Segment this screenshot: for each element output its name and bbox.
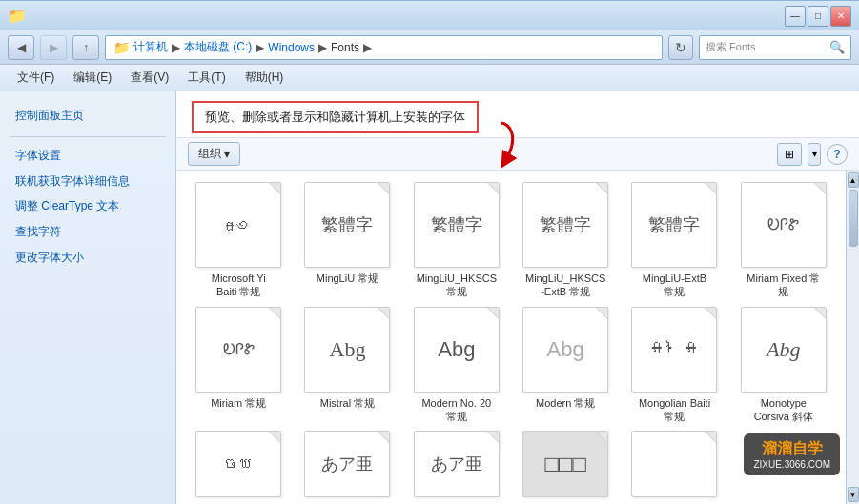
list-item[interactable]: 繁體字 MingLiU_HKSCS-ExtB 常规 [515,182,616,299]
scroll-up-button[interactable]: ▲ [848,172,859,188]
callout-box: 预览、删除或者显示和隐藏计算机上安装的字体 [192,101,479,133]
list-item[interactable] [624,431,725,501]
menu-bar: 文件(F) 编辑(E) 查看(V) 工具(T) 帮助(H) [0,65,859,91]
search-magnifier-icon: 🔍 [829,40,845,54]
search-icon: 搜索 Fonts [706,40,756,54]
organize-button[interactable]: 组织 ▾ [188,142,240,166]
scroll-track-body [848,190,859,485]
font-preview-icon: □□□ [522,431,608,497]
font-preview-icon: 繁體字 [522,182,608,268]
list-item[interactable]: ᎧᎵᏑ Miriam 常规 [188,307,289,424]
address-bar: ◀ ▶ ↑ 📁 计算机 ▶ 本地磁盘 (C:) ▶ Windows ▶ Font… [0,30,859,65]
refresh-button[interactable]: ↻ [668,35,693,60]
font-preview-icon: あア亜 [304,431,390,497]
font-preview-icon: Abg [522,307,608,393]
menu-edit[interactable]: 编辑(E) [64,66,121,90]
breadcrumb-computer[interactable]: 计算机 [133,39,168,55]
font-preview-icon: ᎧᎵᏑ [741,182,827,268]
red-arrow [453,118,529,171]
menu-view[interactable]: 查看(V) [121,66,178,90]
font-preview-icon: ᎧᎵᏑ [195,307,281,393]
font-name-label: Miriam Fixed 常规 [747,272,820,299]
breadcrumb-drive[interactable]: 本地磁盘 (C:) [184,39,252,55]
sidebar: 控制面板主页 字体设置 联机获取字体详细信息 调整 ClearType 文本 查… [0,91,176,504]
menu-file[interactable]: 文件(F) [8,66,64,90]
title-bar-left: 📁 [8,7,27,25]
font-name-label: Microsoft YiBaiti 常规 [212,272,266,299]
list-item[interactable]: □□□ [515,431,616,501]
sidebar-item-font-size[interactable]: 更改字体大小 [0,245,175,271]
font-preview-icon: Abg [741,307,827,393]
font-preview-icon: Abg [414,307,500,393]
font-name-label: Mistral 常规 [320,396,375,410]
list-item[interactable]: ᠬᠯᠬ Mongolian Baiti常规 [624,307,725,424]
scroll-thumb[interactable] [849,190,858,247]
font-preview-icon: 繁體字 [304,182,390,268]
callout-area: 预览、删除或者显示和隐藏计算机上安装的字体 [176,91,859,138]
view-toggle-button[interactable]: ⊞ [777,143,802,166]
minimize-button[interactable]: — [785,6,806,27]
font-preview-icon [631,431,717,497]
breadcrumb-windows[interactable]: Windows [268,41,315,54]
font-name-label: MingLiU_HKSCS常规 [417,272,497,299]
title-bar: 📁 — □ ✕ [0,0,859,30]
sidebar-item-find-char[interactable]: 查找字符 [0,219,175,245]
font-name-label: Miriam 常规 [211,396,266,410]
organize-label: 组织 [198,146,221,162]
list-item[interactable]: 繁體字 MingLiU_HKSCS常规 [406,182,507,299]
view-dropdown-button[interactable]: ▾ [808,143,821,166]
sidebar-divider [10,136,166,137]
font-name-label: MonotypeCorsiva 斜体 [754,396,813,424]
font-preview-icon: ᠬᠯᠬ [631,307,717,393]
list-item[interactable]: 繁體字 MingLiU 常规 [297,182,398,299]
list-item[interactable]: Abg Modern 常规 [515,307,616,424]
sidebar-item-cleartype[interactable]: 调整 ClearType 文本 [0,193,175,219]
folder-small-icon: 📁 [113,40,130,55]
font-preview-icon: 繁體字 [631,182,717,268]
list-item[interactable]: 繁體字 MingLiU-ExtB常规 [624,182,725,299]
font-name-label: MingLiU-ExtB常规 [643,272,706,299]
title-bar-buttons: — □ ✕ [785,6,851,27]
menu-help[interactable]: 帮助(H) [235,66,294,90]
font-name-label: Modern No. 20常规 [421,396,491,424]
list-item[interactable]: Abg Modern No. 20常规 [406,307,507,424]
maximize-button[interactable]: □ [808,6,828,27]
back-button[interactable]: ◀ [8,35,34,60]
callout-text: 预览、删除或者显示和隐藏计算机上安装的字体 [205,110,465,124]
font-name-label: MingLiU 常规 [317,272,378,285]
font-preview-icon: ចឃ [195,431,281,497]
list-item[interactable]: ꬰ꩜ Microsoft YiBaiti 常规 [188,182,289,299]
scroll-down-button[interactable]: ▼ [848,487,859,502]
menu-tools[interactable]: 工具(T) [178,66,235,90]
help-button[interactable]: ? [827,144,848,165]
font-name-label: Mongolian Baiti常规 [639,396,710,424]
list-item[interactable]: あア亜 [297,431,398,501]
forward-button[interactable]: ▶ [40,35,67,60]
sidebar-item-home[interactable]: 控制面板主页 [0,103,175,129]
font-preview-icon: ꬰ꩜ [195,182,281,268]
up-button[interactable]: ↑ [72,35,99,60]
list-item[interactable]: ᎧᎵᏑ Miriam Fixed 常规 [733,182,834,299]
list-item[interactable]: Abg MonotypeCorsiva 斜体 [733,307,834,424]
breadcrumb-fonts[interactable]: Fonts [331,41,359,54]
folder-icon: 📁 [8,7,27,25]
scrollbar[interactable]: ▲ ▼ [846,171,859,504]
search-box[interactable]: 搜索 Fonts 🔍 [699,35,851,60]
watermark: 溜溜自学 ZIXUE.3066.COM [744,433,840,475]
breadcrumb: 📁 计算机 ▶ 本地磁盘 (C:) ▶ Windows ▶ Fonts ▶ [105,35,663,60]
list-item[interactable]: ចឃ [188,431,289,501]
chevron-down-icon: ▾ [224,148,230,161]
list-item[interactable]: Abg Mistral 常规 [297,307,398,424]
main-layout: 控制面板主页 字体设置 联机获取字体详细信息 调整 ClearType 文本 查… [0,91,859,504]
watermark-url: ZIXUE.3066.COM [753,459,830,470]
font-preview-icon: Abg [304,307,390,393]
font-name-label: Modern 常规 [536,396,595,410]
font-preview-icon: あア亜 [414,431,500,497]
close-button[interactable]: ✕ [830,6,851,27]
watermark-logo: 溜溜自学 [753,439,830,459]
list-item[interactable]: あア亜 [406,431,507,501]
font-preview-icon: 繁體字 [414,182,500,268]
sidebar-item-online-fonts[interactable]: 联机获取字体详细信息 [0,169,175,194]
font-name-label: MingLiU_HKSCS-ExtB 常规 [525,272,605,299]
sidebar-item-font-settings[interactable]: 字体设置 [0,143,175,169]
